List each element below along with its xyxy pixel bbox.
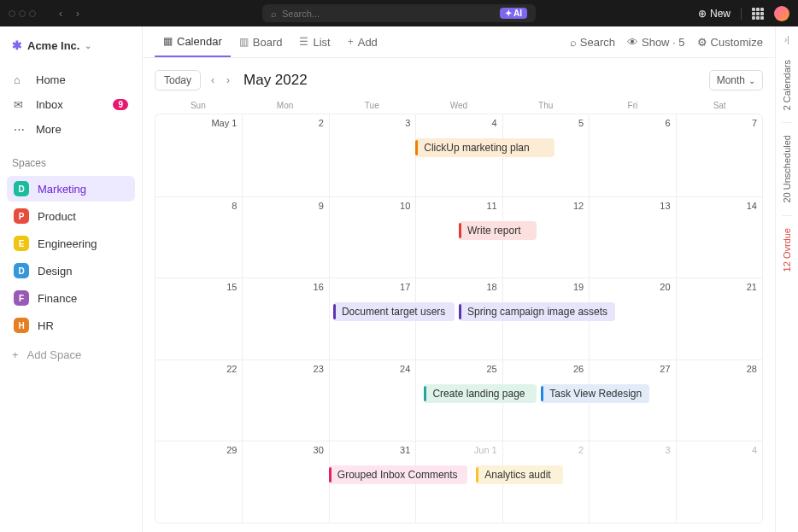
ai-pill[interactable]: ✦ AI (500, 8, 527, 19)
show-icon: 👁 (627, 36, 638, 49)
plus-icon: + (348, 36, 354, 48)
view-tab-label: Add (358, 36, 378, 49)
space-item-finance[interactable]: FFinance (7, 285, 135, 311)
home-icon: ⌂ (14, 73, 27, 86)
day-cell[interactable]: May 1 (155, 114, 242, 196)
today-button[interactable]: Today (155, 70, 201, 91)
day-cell[interactable]: 22 (155, 360, 242, 441)
space-item-engineering[interactable]: EEngineering (7, 231, 135, 256)
history-nav: ‹ › (53, 8, 85, 20)
calendar-event[interactable]: Document target users (333, 302, 455, 321)
calendar-event[interactable]: Write report (459, 221, 537, 240)
day-cell[interactable]: 23 (242, 360, 328, 441)
next-month-button[interactable]: › (221, 74, 235, 86)
day-cell[interactable]: 13 (589, 197, 675, 278)
forward-button[interactable]: › (70, 8, 85, 20)
side-tab[interactable]: 2 Calendars (782, 56, 792, 114)
search-input[interactable] (282, 9, 500, 19)
side-tab[interactable]: 20 Unscheduled (782, 132, 792, 207)
event-color-bar (459, 304, 461, 319)
day-cell[interactable]: 24 (329, 360, 415, 441)
workspace-switcher[interactable]: ✱ Acme Inc. ⌄ (0, 26, 142, 64)
event-color-bar (476, 467, 478, 482)
view-tab-list[interactable]: ☰List (290, 26, 338, 57)
window-controls[interactable] (9, 10, 36, 17)
day-header: Mon (242, 97, 329, 114)
day-cell[interactable]: 8 (155, 197, 242, 278)
space-icon: E (14, 236, 29, 251)
day-cell[interactable]: 28 (676, 360, 762, 441)
side-tab[interactable]: 12 Ovrdue (782, 225, 792, 275)
view-action-show[interactable]: 👁Show · 5 (627, 36, 685, 49)
day-cell[interactable]: 21 (676, 278, 762, 360)
day-cell[interactable]: 3 (329, 114, 415, 196)
separator (782, 122, 792, 123)
week-row: 15161718192021Document target usersSprin… (155, 278, 762, 360)
day-cell[interactable]: 30 (242, 441, 328, 523)
view-tab-calendar[interactable]: ▦Calendar (155, 26, 231, 57)
workspace-logo-icon: ✱ (12, 38, 22, 52)
space-icon: P (14, 208, 29, 224)
calendar-event[interactable]: ClickUp marketing plan (415, 138, 554, 157)
nav-item-home[interactable]: ⌂Home (7, 67, 135, 92)
back-button[interactable]: ‹ (53, 8, 68, 20)
right-panel: ›| 2 Calendars20 Unscheduled12 Ovrdue (775, 26, 798, 532)
apps-icon[interactable] (752, 8, 764, 20)
day-cell[interactable]: 10 (329, 197, 415, 278)
view-action-search[interactable]: ⌕Search (570, 36, 615, 49)
collapse-panel-button[interactable]: ›| (784, 35, 789, 44)
day-cell[interactable]: 6 (589, 114, 675, 196)
day-cell[interactable]: 4 (676, 441, 762, 523)
user-avatar[interactable] (774, 6, 789, 21)
day-cell[interactable]: 29 (155, 441, 242, 523)
space-label: HR (38, 319, 54, 332)
new-button[interactable]: ⊕New (698, 8, 731, 20)
space-icon: D (14, 263, 29, 278)
calendar-event[interactable]: Grouped Inbox Comments (329, 465, 467, 484)
day-cell[interactable]: 9 (242, 197, 328, 278)
day-header: Sun (155, 97, 242, 114)
view-tab-add[interactable]: +Add (339, 26, 386, 57)
day-cell[interactable]: 16 (242, 278, 328, 360)
nav-item-inbox[interactable]: ✉Inbox9 (7, 92, 135, 117)
calendar-event[interactable]: Analytics audit (476, 465, 562, 484)
space-icon: D (14, 181, 29, 196)
calendar-event[interactable]: Create landing page (424, 384, 537, 403)
more-icon: ⋯ (14, 123, 27, 136)
view-tab-board[interactable]: ▥Board (231, 26, 291, 57)
event-label: ClickUp marketing plan (424, 142, 529, 154)
day-cell[interactable]: 14 (676, 197, 762, 278)
space-item-marketing[interactable]: DMarketing (7, 176, 135, 202)
month-label: May 2022 (244, 72, 308, 89)
calendar-event[interactable]: Task View Redesign (541, 384, 649, 403)
search-icon: ⌕ (271, 9, 277, 19)
list-icon: ☰ (299, 36, 308, 48)
view-action-customize[interactable]: ⚙Customize (697, 36, 763, 49)
calendar-event[interactable]: Spring campaign image assets (459, 302, 615, 321)
event-label: Write report (467, 225, 520, 237)
nav-item-more[interactable]: ⋯More (7, 117, 135, 142)
day-cell[interactable]: 15 (155, 278, 242, 360)
event-color-bar (415, 140, 418, 155)
view-range-selector[interactable]: Month⌄ (709, 70, 763, 91)
event-label: Spring campaign image assets (467, 306, 607, 318)
week-row: 891011121314Write report (155, 196, 762, 278)
event-color-bar (424, 386, 426, 401)
event-label: Task View Redesign (549, 388, 642, 400)
global-search[interactable]: ⌕ ✦ AI (262, 4, 536, 22)
day-cell[interactable]: 3 (589, 441, 675, 523)
space-label: Engineering (38, 237, 97, 250)
day-cell[interactable]: 7 (676, 114, 762, 196)
day-header: Tue (328, 97, 415, 114)
event-label: Grouped Inbox Comments (337, 469, 458, 481)
space-item-design[interactable]: DDesign (7, 258, 135, 284)
space-label: Design (38, 265, 72, 278)
prev-month-button[interactable]: ‹ (206, 74, 220, 86)
day-cell[interactable]: 2 (242, 114, 328, 196)
nav-label: More (36, 123, 62, 136)
add-space-button[interactable]: + Add Space (0, 340, 142, 370)
space-item-product[interactable]: PProduct (7, 203, 135, 229)
week-row: 22232425262728Create landing pageTask Vi… (155, 360, 762, 441)
space-item-hr[interactable]: HHR (7, 313, 135, 338)
event-label: Analytics audit (484, 469, 550, 481)
